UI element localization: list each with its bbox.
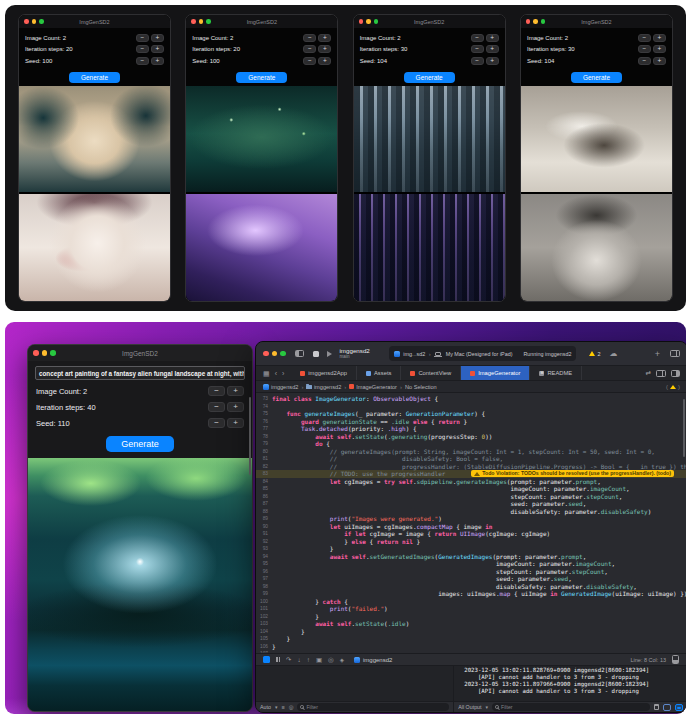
code-line[interactable]: 87 seed: parameter.seed, xyxy=(256,500,686,508)
todo-violation-banner[interactable]: Todo Violation: TODOs should be resolved… xyxy=(471,470,674,477)
zoom-button[interactable] xyxy=(39,19,44,24)
code-line[interactable]: 104 } xyxy=(256,628,686,636)
pause-button[interactable] xyxy=(276,657,280,662)
minimize-button[interactable] xyxy=(199,19,204,24)
decrement-button[interactable]: − xyxy=(303,57,316,65)
code-line[interactable]: 79 do { xyxy=(256,440,686,448)
variables-filter-input[interactable]: Filter xyxy=(297,703,449,711)
decrement-button[interactable]: − xyxy=(208,386,225,396)
stop-button[interactable] xyxy=(313,351,319,357)
increment-button[interactable]: + xyxy=(653,57,666,65)
decrement-button[interactable]: − xyxy=(208,402,225,412)
generate-button[interactable]: Generate xyxy=(404,72,455,83)
code-line[interactable]: 98 disableSafety: parameter.disableSafet… xyxy=(256,583,686,591)
decrement-button[interactable]: − xyxy=(638,34,651,42)
increment-button[interactable]: + xyxy=(486,34,499,42)
run-button[interactable] xyxy=(327,351,332,357)
breadcrumb-item[interactable]: imggensd2 xyxy=(306,384,341,390)
variables-view-body[interactable] xyxy=(256,666,453,701)
toggle-navigator-icon[interactable] xyxy=(295,350,304,357)
close-button[interactable] xyxy=(359,19,364,24)
code-line[interactable]: 101 print("failed.") xyxy=(256,605,686,613)
increment-button[interactable]: + xyxy=(227,402,244,412)
increment-button[interactable]: + xyxy=(227,386,244,396)
code-line[interactable]: 90 let uiImages = cgImages.compactMap { … xyxy=(256,523,686,531)
decrement-button[interactable]: − xyxy=(136,45,149,53)
minimize-button[interactable] xyxy=(366,19,371,24)
editor-layout-icon[interactable] xyxy=(670,350,680,357)
decrement-button[interactable]: − xyxy=(303,45,316,53)
minimize-button[interactable] xyxy=(272,351,278,357)
clear-console-button[interactable] xyxy=(654,704,659,710)
code-line[interactable]: 76 guard generationState == .idle else {… xyxy=(256,418,686,426)
code-line[interactable]: 102 } xyxy=(256,613,686,621)
code-line[interactable]: 100 } catch { xyxy=(256,598,686,606)
decrement-button[interactable]: − xyxy=(471,57,484,65)
info-icon[interactable]: ◎ xyxy=(289,704,294,710)
code-line[interactable]: 89 print("Images were generated.") xyxy=(256,515,686,523)
tab-readme[interactable]: MREADME xyxy=(530,366,582,380)
code-line[interactable]: 78 await self.setState(.generating(progr… xyxy=(256,433,686,441)
step-out-button[interactable]: ↑ xyxy=(307,656,310,663)
close-button[interactable] xyxy=(33,350,39,356)
increment-button[interactable]: + xyxy=(151,57,164,65)
code-line[interactable]: 96 stepCount: parameter.stepCount, xyxy=(256,568,686,576)
code-line[interactable]: 81 // disableSafety: Bool = false, xyxy=(256,455,686,463)
decrement-button[interactable]: − xyxy=(471,45,484,53)
generate-button[interactable]: Generate xyxy=(69,72,120,83)
decrement-button[interactable]: − xyxy=(638,57,651,65)
step-over-button[interactable]: ↷ xyxy=(286,656,291,664)
code-line[interactable]: 95 imageCount: parameter.imageCount, xyxy=(256,560,686,568)
code-line[interactable]: 105 } xyxy=(256,635,686,643)
code-line[interactable]: 73final class ImageGenerator: Observable… xyxy=(256,395,686,403)
console-toggle-icon[interactable] xyxy=(672,655,679,664)
decrement-button[interactable]: − xyxy=(136,34,149,42)
view-hierarchy-button[interactable]: ▣ xyxy=(316,656,322,664)
code-line[interactable]: 92 } else { return nil } xyxy=(256,538,686,546)
step-into-button[interactable]: ↓ xyxy=(297,656,300,663)
breadcrumb-item[interactable]: No Selection xyxy=(405,384,437,390)
increment-button[interactable]: + xyxy=(151,45,164,53)
breadcrumb-item[interactable]: ImageGenerator xyxy=(349,384,397,390)
tab-imagegenerator[interactable]: ImageGenerator xyxy=(461,366,530,380)
close-button[interactable] xyxy=(263,351,269,357)
breadcrumb-item[interactable]: imggensd2 xyxy=(263,384,298,390)
zoom-button[interactable] xyxy=(206,19,211,24)
generate-button[interactable]: Generate xyxy=(106,436,174,452)
code-line[interactable]: 84 let cgImages = try self.sdpipeline.ge… xyxy=(256,478,686,486)
warning-count-badge[interactable]: 2 xyxy=(589,351,600,357)
scrollbar[interactable] xyxy=(683,399,686,457)
zoom-button[interactable] xyxy=(374,19,379,24)
close-button[interactable] xyxy=(526,19,531,24)
tab-imggensd2app[interactable]: imggensd2App xyxy=(291,366,357,380)
increment-button[interactable]: + xyxy=(151,34,164,42)
code-line[interactable]: 86 stepCount: parameter.stepCount, xyxy=(256,493,686,501)
memory-graph-button[interactable]: ◎ xyxy=(328,656,334,664)
back-icon[interactable]: ‹ xyxy=(275,370,277,377)
code-line[interactable]: 82 // progressHandler: (StableDiffusionP… xyxy=(256,463,686,471)
close-button[interactable] xyxy=(191,19,196,24)
decrement-button[interactable]: − xyxy=(303,34,316,42)
increment-button[interactable]: + xyxy=(227,418,244,428)
scrollbar[interactable] xyxy=(249,397,251,475)
code-line[interactable]: 99 images: uiImages.map { uiImage in Gen… xyxy=(256,590,686,598)
run-destination-bar[interactable]: img...sd2 › My Mac (Designed for iPad) R… xyxy=(389,346,577,361)
code-line[interactable]: 107 xyxy=(256,650,686,653)
tab-assets[interactable]: Assets xyxy=(357,366,401,380)
minimize-button[interactable] xyxy=(32,19,37,24)
increment-button[interactable]: + xyxy=(653,34,666,42)
code-line[interactable]: 103 await self.setState(.idle) xyxy=(256,620,686,628)
toggle-inspector-icon[interactable] xyxy=(671,370,680,377)
console-scope-select[interactable]: All Output xyxy=(458,704,481,710)
code-line[interactable]: 83 // TODO: use the progressHandlerTodo … xyxy=(256,470,686,478)
add-editor-icon[interactable] xyxy=(656,370,666,377)
increment-button[interactable]: + xyxy=(318,45,331,53)
code-line[interactable]: 77 Task.detached(priority: .high) { xyxy=(256,425,686,433)
code-line[interactable]: 106} xyxy=(256,643,686,651)
show-variables-button[interactable] xyxy=(663,704,671,711)
console-filter-input[interactable]: Filter xyxy=(492,703,650,711)
code-line[interactable]: 93 } xyxy=(256,545,686,553)
code-line[interactable]: 88 disableSafety: parameter.disableSafet… xyxy=(256,508,686,516)
minimize-button[interactable] xyxy=(42,350,48,356)
issue-navigation[interactable]: () xyxy=(666,384,680,390)
